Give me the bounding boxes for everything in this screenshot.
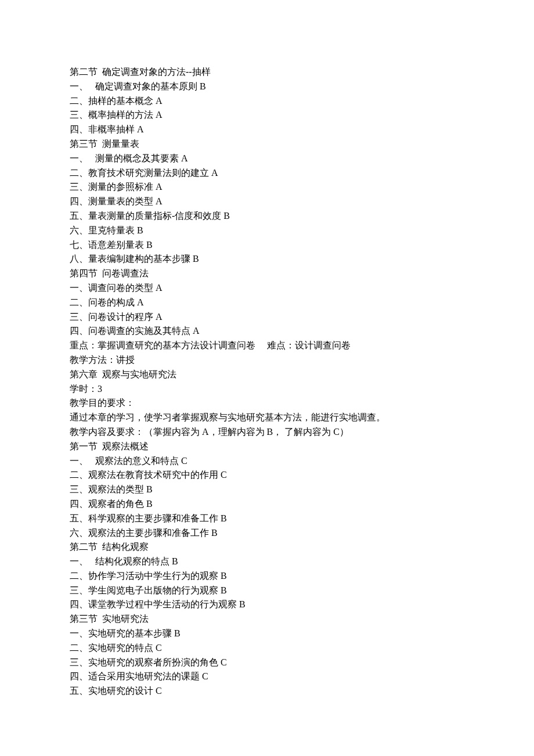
text-line: 第三节 测量量表 (70, 137, 464, 152)
text-line: 第一节 观察法概述 (70, 440, 464, 454)
text-line: 学时：3 (70, 382, 464, 397)
text-line: 一、调查问卷的类型 A (70, 281, 464, 296)
text-line: 教学内容及要求：（掌握内容为 A，理解内容为 B， 了解内容为 C） (70, 425, 464, 440)
text-line: 八、量表编制建构的基本步骤 B (70, 252, 464, 267)
text-line: 一、 结构化观察的特点 B (70, 555, 464, 569)
text-line: 六、里克特量表 B (70, 224, 464, 238)
text-line: 第二节 确定调查对象的方法--抽样 (70, 65, 464, 80)
text-line: 五、实地研究的设计 C (70, 684, 464, 699)
text-line: 一、实地研究的基本步骤 B (70, 627, 464, 641)
text-line: 一、 观察法的意义和特点 C (70, 454, 464, 469)
text-line: 重点：掌握调查研究的基本方法设计调查问卷 难点：设计调查问卷 (70, 339, 464, 353)
text-line: 第二节 结构化观察 (70, 540, 464, 555)
text-line: 三、学生阅览电子出版物的行为观察 B (70, 584, 464, 598)
text-line: 四、观察者的角色 B (70, 497, 464, 512)
text-line: 二、抽样的基本概念 A (70, 94, 464, 109)
text-line: 四、问卷调查的实施及其特点 A (70, 324, 464, 339)
text-line: 五、科学观察的主要步骤和准备工作 B (70, 512, 464, 526)
text-line: 通过本章的学习，使学习者掌握观察与实地研究基本方法，能进行实地调查。 (70, 411, 464, 425)
text-line: 二、教育技术研究测量法则的建立 A (70, 166, 464, 181)
text-line: 三、观察法的类型 B (70, 483, 464, 497)
text-line: 五、量表测量的质量指标-信度和效度 B (70, 209, 464, 224)
text-line: 三、问卷设计的程序 A (70, 310, 464, 325)
text-line: 二、协作学习活动中学生行为的观察 B (70, 569, 464, 584)
text-line: 教学方法：讲授 (70, 353, 464, 368)
text-line: 教学目的要求： (70, 396, 464, 411)
text-line: 四、测量量表的类型 A (70, 195, 464, 209)
document-page: 第二节 确定调查对象的方法--抽样一、 确定调查对象的基本原则 B二、抽样的基本… (0, 0, 534, 756)
text-line: 二、观察法在教育技术研究中的作用 C (70, 468, 464, 483)
text-line: 四、适合采用实地研究法的课题 C (70, 669, 464, 684)
text-line: 七、语意差别量表 B (70, 238, 464, 253)
text-line: 四、非概率抽样 A (70, 123, 464, 137)
text-line: 四、课堂教学过程中学生活动的行为观察 B (70, 597, 464, 612)
text-line: 第三节 实地研究法 (70, 612, 464, 627)
text-line: 第六章 观察与实地研究法 (70, 368, 464, 382)
text-line: 六、观察法的主要步骤和准备工作 B (70, 526, 464, 541)
text-line: 三、概率抽样的方法 A (70, 108, 464, 123)
text-line: 一、 确定调查对象的基本原则 B (70, 80, 464, 94)
text-line: 三、实地研究的观察者所扮演的角色 C (70, 656, 464, 670)
text-line: 第四节 问卷调查法 (70, 267, 464, 281)
text-line: 三、测量的参照标准 A (70, 180, 464, 195)
text-line: 一、 测量的概念及其要素 A (70, 152, 464, 166)
text-line: 二、问卷的构成 A (70, 296, 464, 310)
text-line: 二、实地研究的特点 C (70, 641, 464, 656)
